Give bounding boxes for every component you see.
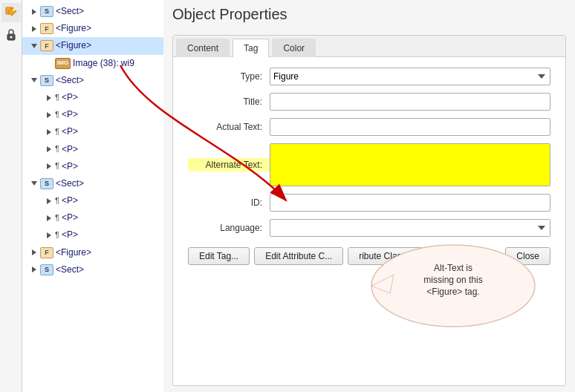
tree-item-figure3[interactable]: F <Figure>: [22, 244, 163, 261]
sect-icon: S: [40, 6, 53, 17]
expand-p7[interactable]: [43, 212, 55, 224]
expand-figure3[interactable]: [28, 246, 40, 258]
figure-icon1: F: [40, 23, 53, 34]
title-label: Title:: [188, 97, 270, 107]
expand-p4[interactable]: [43, 143, 55, 155]
edit-attribute-button[interactable]: Edit Attribute C...: [254, 247, 343, 265]
close-button[interactable]: Close: [505, 247, 550, 265]
para-icon3: ¶: [55, 125, 59, 139]
alternate-text-input[interactable]: [270, 143, 550, 186]
figure-icon3: F: [40, 247, 53, 258]
type-label: Type:: [188, 71, 270, 82]
tree-label-figure3: <Figure>: [56, 246, 91, 260]
lock-panel-icon[interactable]: [1, 25, 21, 45]
tree-label-image1: Image (38): wi9: [73, 56, 134, 71]
actual-text-label: Actual Text:: [188, 122, 270, 132]
tree-item-figure1[interactable]: F <Figure>: [22, 20, 163, 37]
id-input[interactable]: AD000000-0000-0000-A: [270, 194, 550, 212]
tree-item-p4[interactable]: ¶ <P>: [22, 141, 163, 158]
expand-p6[interactable]: [43, 195, 55, 207]
alternate-text-row: Alternate Text:: [188, 143, 550, 186]
tree-item-image1[interactable]: IMG Image (38): wi9: [22, 55, 163, 72]
sect-icon4: S: [40, 264, 53, 275]
tree-label-sect3: <Sect>: [56, 177, 84, 191]
tags-panel-icon[interactable]: [1, 3, 21, 22]
para-icon7: ¶: [55, 212, 59, 225]
main-content: Object Properties Content Tag Color Type…: [163, 0, 575, 392]
object-properties-panel: Content Tag Color Type: Figure Artifact …: [172, 35, 566, 386]
tags-tree: S <Sect> F <Figure> F <Figure> IMG Image…: [22, 0, 163, 392]
id-row: ID: AD000000-0000-0000-A: [188, 194, 550, 212]
tree-item-sect4[interactable]: S <Sect>: [22, 261, 163, 278]
panel-title: Object Properties: [172, 6, 566, 27]
title-row: Title:: [188, 93, 550, 111]
tree-label-p2: <P>: [62, 108, 78, 122]
language-label: Language:: [188, 223, 270, 233]
language-select[interactable]: en-US en-GB fr-FR de-DE: [270, 219, 550, 237]
expand-sect3[interactable]: [28, 177, 40, 189]
alternate-text-label: Alternate Text:: [188, 158, 270, 172]
type-select[interactable]: Figure Artifact Div Span: [270, 68, 550, 85]
expand-p3[interactable]: [43, 126, 55, 138]
expand-figure1[interactable]: [28, 23, 40, 35]
tree-item-p6[interactable]: ¶ <P>: [22, 192, 163, 209]
expand-p8[interactable]: [43, 229, 55, 241]
expand-p5[interactable]: [43, 160, 55, 172]
tree-label-sect4: <Sect>: [56, 263, 84, 277]
expand-sect4[interactable]: [28, 264, 40, 275]
tree-item-sect3[interactable]: S <Sect>: [22, 175, 163, 192]
svg-point-3: [10, 36, 12, 39]
figure-icon2: F: [40, 40, 53, 51]
expand-p2[interactable]: [43, 109, 55, 121]
title-input[interactable]: [270, 93, 550, 111]
expand-sect2[interactable]: [28, 74, 40, 86]
language-row: Language: en-US en-GB fr-FR de-DE: [188, 219, 550, 237]
expand-figure2[interactable]: [28, 40, 40, 52]
actual-text-row: Actual Text:: [188, 118, 550, 136]
tab-content[interactable]: Content: [176, 39, 230, 57]
sect-icon3: S: [40, 178, 53, 189]
tree-item-p2[interactable]: ¶ <P>: [22, 106, 163, 123]
tree-item-sect1[interactable]: S <Sect>: [22, 3, 163, 20]
tab-tag[interactable]: Tag: [233, 39, 269, 57]
tree-label-figure1: <Figure>: [56, 22, 91, 36]
tree-label-sect1: <Sect>: [56, 4, 84, 19]
tree-item-p8[interactable]: ¶ <P>: [22, 226, 163, 244]
edit-tag-button[interactable]: Edit Tag...: [188, 247, 250, 265]
para-icon4: ¶: [55, 143, 59, 156]
left-panel: S <Sect> F <Figure> F <Figure> IMG Image…: [0, 0, 163, 392]
tree-label-p6: <P>: [62, 194, 78, 208]
sidebar-icon-strip: [0, 0, 22, 392]
tree-label-p4: <P>: [62, 143, 78, 157]
para-icon2: ¶: [55, 108, 59, 122]
attribute-classes-button[interactable]: ribute Classes...: [348, 247, 434, 265]
form-buttons: Edit Tag... Edit Attribute C... ribute C…: [188, 247, 550, 268]
tree-item-sect2[interactable]: S <Sect>: [22, 72, 163, 89]
tree-item-p1[interactable]: ¶ <P>: [22, 89, 163, 106]
tree-item-p7[interactable]: ¶ <P>: [22, 209, 163, 226]
para-icon8: ¶: [55, 229, 59, 242]
tree-item-p5[interactable]: ¶ <P>: [22, 158, 163, 175]
tree-label-p8: <P>: [62, 228, 78, 242]
expand-sect1[interactable]: [28, 6, 40, 18]
expand-p1[interactable]: [43, 92, 55, 104]
tree-label-p1: <P>: [62, 91, 78, 105]
tree-label-p5: <P>: [62, 160, 78, 174]
tree-label-p3: <P>: [62, 125, 78, 139]
tree-item-figure2[interactable]: F <Figure>: [22, 37, 163, 54]
svg-point-1: [13, 9, 15, 11]
type-row: Type: Figure Artifact Div Span: [188, 68, 550, 85]
form-body: Type: Figure Artifact Div Span Title: Ac…: [173, 57, 565, 278]
tree-label-p7: <P>: [62, 211, 78, 225]
id-label: ID:: [188, 197, 270, 208]
para-icon1: ¶: [55, 91, 59, 105]
tree-label-sect2: <Sect>: [56, 74, 84, 88]
tab-bar: Content Tag Color: [173, 36, 565, 57]
sect-icon2: S: [40, 75, 53, 86]
tree-item-p3[interactable]: ¶ <P>: [22, 123, 163, 140]
tab-color[interactable]: Color: [272, 39, 316, 57]
actual-text-input[interactable]: [270, 118, 550, 136]
tree-label-figure2: <Figure>: [56, 39, 91, 53]
para-icon5: ¶: [55, 160, 59, 173]
para-icon6: ¶: [55, 195, 59, 208]
